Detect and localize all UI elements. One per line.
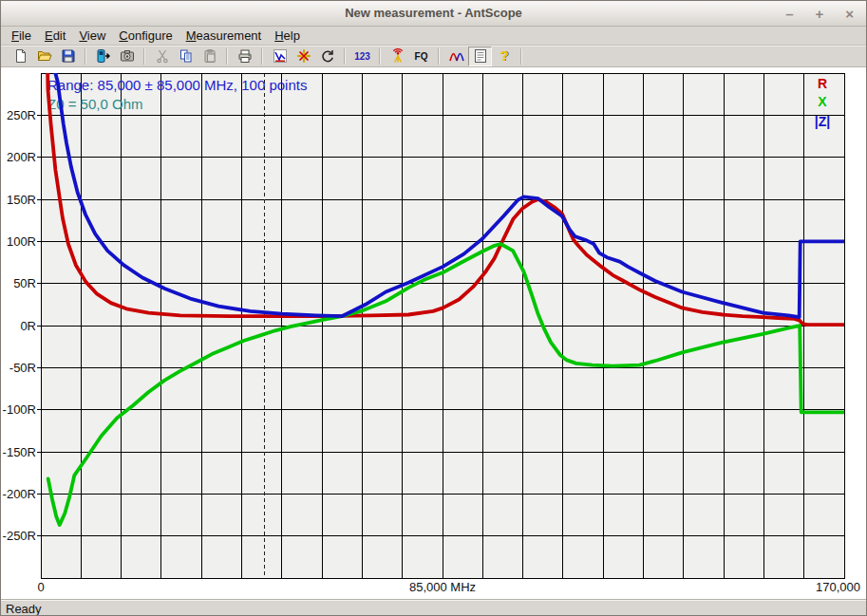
- status-text: Ready: [6, 602, 42, 616]
- cut-button[interactable]: [150, 47, 174, 66]
- svg-text:200R: 200R: [7, 150, 36, 164]
- x-axis-labels: 085,000 MHz170,000: [37, 580, 860, 594]
- menu-edit[interactable]: Edit: [38, 28, 72, 45]
- cut-icon: [155, 48, 170, 64]
- svg-text:85,000 MHz: 85,000 MHz: [409, 580, 476, 594]
- help-button[interactable]: ??: [492, 47, 516, 66]
- refresh-button[interactable]: [315, 47, 339, 66]
- notes-button[interactable]: [468, 47, 492, 66]
- impedance-chart-icon: [296, 48, 311, 64]
- antscope-window: New measurement - AntScope – + × FileEdi…: [0, 0, 867, 616]
- title-bar: New measurement - AntScope – + ×: [1, 1, 866, 27]
- swr-chart-icon: [273, 48, 288, 64]
- impedance-chart-button[interactable]: [292, 47, 315, 66]
- toolbar: 123FQ??: [1, 45, 866, 67]
- antenna-button[interactable]: [386, 47, 409, 66]
- y-axis-labels: 250R200R150R100R50R0R-50R-100R-150R-200R…: [3, 108, 41, 543]
- window-title: New measurement - AntScope: [1, 6, 866, 20]
- toolbar-separator: [438, 48, 440, 65]
- range-annotation: Range: 85,000 ± 85,000 MHz, 100 points: [47, 77, 307, 93]
- numeric-data-icon: 123: [354, 51, 370, 62]
- window-controls: – + ×: [785, 1, 854, 26]
- menu-file[interactable]: File: [5, 28, 38, 45]
- svg-text:150R: 150R: [7, 193, 36, 207]
- minimize-button[interactable]: –: [785, 7, 793, 21]
- connect-device-icon: [96, 48, 111, 64]
- svg-text:-200R: -200R: [3, 487, 36, 501]
- camera-icon: [120, 48, 135, 64]
- help-icon: ??: [497, 48, 512, 64]
- grid-lines: [41, 73, 844, 578]
- multi-curve-icon: [449, 48, 464, 64]
- menu-measurement[interactable]: Measurement: [179, 28, 269, 45]
- menu-configure[interactable]: Configure: [112, 28, 179, 45]
- svg-text:-100R: -100R: [3, 402, 36, 417]
- save-icon: [61, 48, 76, 64]
- save-button[interactable]: [56, 47, 80, 66]
- paste-button[interactable]: [198, 47, 221, 66]
- multi-curve-button[interactable]: [444, 47, 468, 66]
- menu-help[interactable]: Help: [268, 28, 307, 45]
- swr-chart-button[interactable]: [268, 47, 292, 66]
- copy-button[interactable]: [174, 47, 198, 66]
- notes-icon: [473, 48, 488, 64]
- print-button[interactable]: [233, 47, 256, 66]
- svg-text:250R: 250R: [7, 108, 36, 122]
- svg-text:50R: 50R: [13, 276, 36, 290]
- connect-device-button[interactable]: [91, 47, 115, 66]
- frequency-icon: FQ: [415, 51, 428, 62]
- toolbar-separator: [226, 48, 228, 65]
- toolbar-separator: [261, 48, 263, 65]
- new-icon: [13, 48, 28, 64]
- open-button[interactable]: [32, 47, 56, 66]
- toolbar-separator: [379, 48, 381, 65]
- chart-area[interactable]: 250R200R150R100R50R0R-50R-100R-150R-200R…: [1, 67, 866, 599]
- svg-text:0R: 0R: [20, 319, 36, 333]
- toolbar-separator: [85, 48, 86, 65]
- svg-text:-150R: -150R: [3, 445, 36, 459]
- open-icon: [37, 48, 52, 64]
- svg-text:?: ?: [499, 48, 508, 64]
- toolbar-separator: [520, 48, 522, 65]
- camera-button[interactable]: [115, 47, 139, 66]
- frequency-button[interactable]: FQ: [409, 47, 433, 66]
- antenna-icon: [390, 48, 405, 64]
- print-icon: [237, 48, 253, 64]
- new-button[interactable]: [9, 47, 32, 66]
- toolbar-separator: [344, 48, 346, 65]
- refresh-icon: [320, 48, 335, 64]
- svg-text:-50R: -50R: [9, 361, 36, 375]
- copy-icon: [179, 48, 194, 64]
- menu-view[interactable]: View: [72, 28, 112, 45]
- svg-text:100R: 100R: [7, 234, 36, 249]
- toolbar-separator: [143, 48, 145, 65]
- svg-text:170,000: 170,000: [816, 580, 860, 594]
- legend-x[interactable]: X: [818, 94, 827, 109]
- maximize-button[interactable]: +: [815, 7, 823, 21]
- numeric-data-button[interactable]: 123: [350, 47, 374, 66]
- legend-r[interactable]: R: [818, 76, 827, 91]
- menu-bar: FileEditViewConfigureMeasurementHelp: [1, 27, 866, 45]
- svg-text:0: 0: [37, 580, 44, 594]
- paste-icon: [202, 48, 217, 64]
- svg-text:-250R: -250R: [3, 529, 36, 543]
- close-button[interactable]: ×: [845, 7, 854, 21]
- legend-z[interactable]: |Z|: [815, 114, 830, 129]
- status-bar: Ready: [1, 599, 866, 615]
